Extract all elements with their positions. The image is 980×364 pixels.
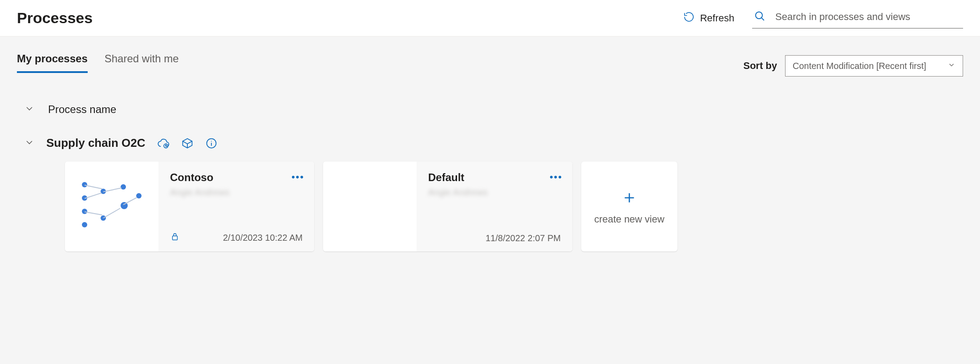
view-card-body: ••• Default Angie Andrews 11/8/2022 2:07…	[417, 162, 572, 251]
card-container: ••• Contoso Angie Andrews 2/10/2023 10:2…	[17, 162, 963, 251]
group-collapse-toggle[interactable]	[24, 103, 35, 116]
process-row: Supply chain O2C	[17, 136, 963, 150]
view-owner: Angie Andrews	[428, 187, 561, 198]
svg-point-5	[211, 141, 212, 142]
content-area: My processes Shared with me Sort by Cont…	[0, 36, 980, 364]
package-icon[interactable]	[181, 137, 194, 150]
view-date: 11/8/2022 2:07 PM	[486, 233, 561, 243]
sort-control: Sort by Content Modification [Recent fir…	[743, 55, 963, 77]
card-menu-button[interactable]: •••	[550, 171, 563, 183]
lock-icon	[170, 232, 180, 243]
svg-line-1	[761, 18, 764, 20]
chevron-down-icon	[948, 61, 956, 71]
sort-label: Sort by	[743, 60, 777, 72]
process-name-label: Supply chain O2C	[46, 136, 146, 150]
refresh-button[interactable]: Refresh	[674, 8, 743, 29]
process-map-icon	[78, 178, 145, 235]
view-thumbnail	[65, 162, 158, 251]
tab-shared-with-me[interactable]: Shared with me	[105, 53, 179, 73]
view-card-body: ••• Contoso Angie Andrews 2/10/2023 10:2…	[158, 162, 314, 251]
svg-rect-6	[173, 236, 178, 240]
sort-selected-value: Content Modification [Recent first]	[793, 61, 926, 71]
group-header-label: Process name	[48, 103, 116, 116]
page-title: Processes	[17, 9, 93, 27]
view-card[interactable]: ••• Contoso Angie Andrews 2/10/2023 10:2…	[65, 162, 314, 251]
card-menu-button[interactable]: •••	[292, 171, 304, 183]
view-owner: Angie Andrews	[170, 187, 303, 198]
top-bar: Processes Refresh	[0, 0, 980, 36]
view-title: Default	[428, 171, 561, 184]
view-card[interactable]: ••• Default Angie Andrews 11/8/2022 2:07…	[323, 162, 572, 251]
search-box[interactable]	[752, 8, 963, 28]
process-collapse-toggle[interactable]	[24, 137, 35, 150]
create-new-view-card[interactable]: ＋ create new view	[581, 162, 677, 251]
cloud-upload-icon[interactable]	[157, 137, 170, 150]
tabs: My processes Shared with me	[17, 53, 179, 73]
view-thumbnail	[323, 162, 417, 251]
sub-header: My processes Shared with me Sort by Cont…	[17, 53, 963, 77]
tab-my-processes[interactable]: My processes	[17, 53, 88, 73]
group-header-row: Process name	[17, 103, 963, 116]
refresh-label: Refresh	[700, 12, 734, 24]
create-new-view-label: create new view	[594, 214, 664, 225]
plus-icon: ＋	[620, 188, 638, 206]
refresh-icon	[683, 11, 695, 25]
search-icon	[754, 10, 765, 24]
search-input[interactable]	[774, 11, 961, 23]
info-icon[interactable]	[205, 137, 218, 150]
view-title: Contoso	[170, 171, 303, 184]
svg-point-0	[756, 12, 762, 19]
view-date: 2/10/2023 10:22 AM	[223, 233, 303, 243]
sort-dropdown[interactable]: Content Modification [Recent first]	[785, 55, 963, 77]
